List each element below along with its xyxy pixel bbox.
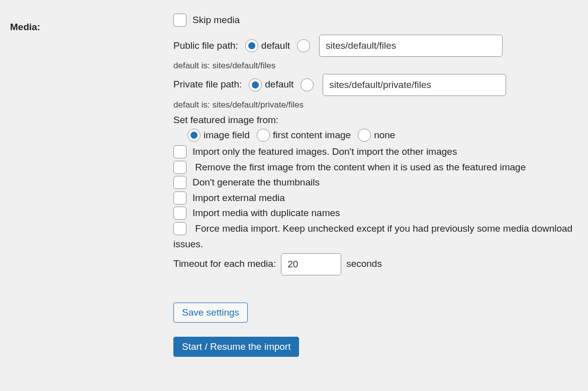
private-path-custom-radio[interactable] (301, 78, 314, 91)
featured-image-field-radio[interactable] (187, 129, 201, 142)
featured-none-label: none (374, 128, 395, 143)
start-resume-import-button[interactable]: Start / Resume the import (173, 337, 299, 357)
force-import-line: Force media import. Keep unchecked excep… (173, 221, 578, 252)
public-path-label: Public file path: (173, 38, 238, 53)
public-path-default-label: default (261, 38, 290, 53)
private-path-default-label: default (265, 77, 293, 92)
timeout-input[interactable] (281, 253, 341, 275)
save-settings-button[interactable]: Save settings (173, 303, 248, 323)
private-path-help: default is: sites/default/private/files (173, 98, 578, 112)
featured-first-content-radio[interactable] (257, 129, 270, 142)
timeout-line: Timeout for each media: seconds (173, 253, 578, 275)
external-media-label: Import external media (192, 190, 285, 206)
public-path-input[interactable] (319, 35, 503, 57)
only-featured-line: Import only the featured images. Don't i… (173, 144, 578, 159)
row-label: Media: (10, 13, 173, 33)
public-path-default-radio[interactable] (245, 39, 258, 52)
remove-first-checkbox[interactable] (173, 161, 186, 174)
featured-none-radio[interactable] (358, 129, 371, 142)
public-path-custom-radio[interactable] (297, 39, 310, 52)
duplicate-names-label: Import media with duplicate names (192, 206, 340, 221)
external-media-checkbox[interactable] (173, 191, 186, 205)
force-import-label: Force media import. Keep unchecked excep… (173, 223, 572, 249)
remove-first-label: Remove the first image from the content … (195, 162, 526, 172)
private-path-line: Private file path: default (173, 74, 578, 96)
no-thumbs-checkbox[interactable] (173, 176, 186, 189)
external-media-line: Import external media (173, 190, 578, 206)
no-thumbs-line: Don't generate the thumbnails (173, 175, 578, 190)
force-import-checkbox[interactable] (173, 222, 186, 235)
duplicate-names-checkbox[interactable] (173, 207, 186, 220)
only-featured-checkbox[interactable] (173, 145, 186, 158)
no-thumbs-label: Don't generate the thumbnails (192, 175, 320, 190)
private-path-input[interactable] (323, 74, 506, 96)
skip-media-line: Skip media (173, 13, 578, 28)
media-settings-row: Media: Skip media Public file path: defa… (10, 13, 578, 357)
public-path-line: Public file path: default (173, 35, 578, 57)
featured-image-field-label: image field (204, 128, 250, 143)
timeout-unit: seconds (346, 256, 382, 271)
skip-media-checkbox[interactable] (173, 14, 186, 27)
duplicate-names-line: Import media with duplicate names (173, 206, 578, 221)
featured-label: Set featured image from: (173, 113, 578, 128)
public-path-help: default is: sites/default/files (173, 59, 578, 72)
action-buttons: Save settings Start / Resume the import (173, 303, 578, 357)
remove-first-line: Remove the first image from the content … (173, 159, 578, 175)
featured-options: image field first content image none (187, 128, 578, 143)
only-featured-label: Import only the featured images. Don't i… (192, 144, 457, 159)
featured-first-content-label: first content image (273, 128, 351, 143)
private-path-default-radio[interactable] (249, 78, 262, 91)
skip-media-label: Skip media (192, 13, 240, 28)
media-content: Skip media Public file path: default def… (173, 13, 578, 357)
private-path-label: Private file path: (173, 77, 242, 92)
timeout-label: Timeout for each media: (173, 256, 276, 271)
